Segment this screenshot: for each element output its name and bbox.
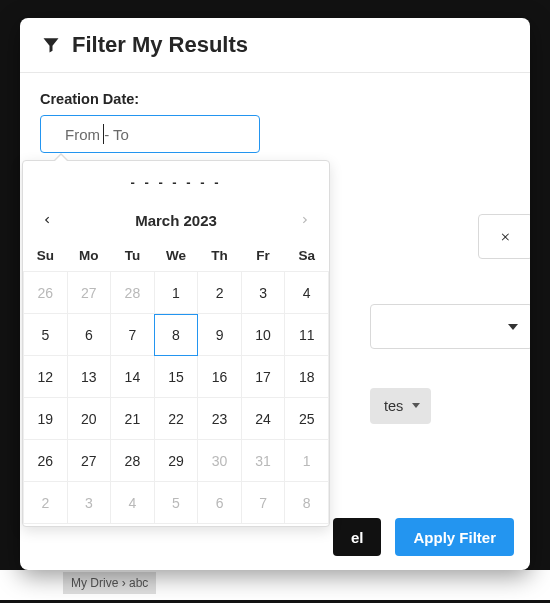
calendar-day[interactable]: 14 — [111, 356, 155, 398]
filter-icon — [40, 35, 62, 55]
calendar-day[interactable]: 2 — [198, 272, 242, 314]
calendar-day[interactable]: 19 — [24, 398, 68, 440]
calendar-day[interactable]: 3 — [67, 482, 111, 524]
clear-button[interactable] — [478, 214, 530, 259]
calendar-nav: March 2023 — [23, 200, 329, 242]
calendar-day[interactable]: 6 — [67, 314, 111, 356]
calendar-dow: Su — [24, 242, 68, 272]
calendar-day[interactable]: 7 — [111, 314, 155, 356]
calendar-day[interactable]: 27 — [67, 440, 111, 482]
text-caret — [103, 124, 104, 144]
calendar-day[interactable]: 5 — [154, 482, 198, 524]
creation-date-input[interactable] — [63, 125, 257, 144]
calendar-dow: We — [154, 242, 198, 272]
date-picker-popover: - - - - - - - March 2023 SuMoTuWeThFrSa … — [22, 160, 330, 527]
calendar-day[interactable]: 8 — [154, 314, 198, 356]
calendar-day[interactable]: 27 — [67, 272, 111, 314]
calendar-day[interactable]: 29 — [154, 440, 198, 482]
calendar-day[interactable]: 2 — [24, 482, 68, 524]
prev-month-button[interactable] — [35, 208, 59, 232]
calendar-day[interactable]: 28 — [111, 272, 155, 314]
calendar-day[interactable]: 16 — [198, 356, 242, 398]
modal-header: Filter My Results — [20, 18, 530, 73]
calendar-dow-row: SuMoTuWeThFrSa — [24, 242, 329, 272]
calendar-day[interactable]: 22 — [154, 398, 198, 440]
calendar-dow: Th — [198, 242, 242, 272]
calendar-day[interactable]: 12 — [24, 356, 68, 398]
modal-body: Creation Date: — [20, 73, 530, 153]
calendar-dow: Tu — [111, 242, 155, 272]
apply-filter-button[interactable]: Apply Filter — [395, 518, 514, 556]
calendar-dow: Mo — [67, 242, 111, 272]
calendar-day[interactable]: 1 — [285, 440, 329, 482]
tag-pill-label: tes — [384, 398, 403, 414]
creation-date-label: Creation Date: — [40, 91, 510, 107]
calendar-day[interactable]: 13 — [67, 356, 111, 398]
creation-date-input-wrap[interactable] — [40, 115, 260, 153]
chevron-left-icon — [42, 213, 52, 227]
calendar-day[interactable]: 18 — [285, 356, 329, 398]
calendar-dow: Sa — [285, 242, 329, 272]
calendar-day[interactable]: 26 — [24, 440, 68, 482]
calendar-day[interactable]: 26 — [24, 272, 68, 314]
calendar-grid: SuMoTuWeThFrSa 2627281234567891011121314… — [23, 242, 329, 524]
tag-pill[interactable]: tes — [370, 388, 431, 424]
selected-range-display: - - - - - - - — [23, 161, 329, 200]
calendar-day[interactable]: 30 — [198, 440, 242, 482]
current-month-label[interactable]: March 2023 — [135, 212, 217, 229]
calendar-day[interactable]: 11 — [285, 314, 329, 356]
calendar-day[interactable]: 5 — [24, 314, 68, 356]
chevron-right-icon — [300, 213, 310, 227]
calendar-day[interactable]: 28 — [111, 440, 155, 482]
calendar-day[interactable]: 21 — [111, 398, 155, 440]
cancel-button[interactable]: el — [333, 518, 382, 556]
calendar-day[interactable]: 17 — [241, 356, 285, 398]
calendar-day[interactable]: 23 — [198, 398, 242, 440]
calendar-day[interactable]: 1 — [154, 272, 198, 314]
calendar-day[interactable]: 4 — [285, 272, 329, 314]
calendar-day[interactable]: 7 — [241, 482, 285, 524]
calendar-day[interactable]: 20 — [67, 398, 111, 440]
calendar-day[interactable]: 31 — [241, 440, 285, 482]
calendar-day[interactable]: 3 — [241, 272, 285, 314]
modal-footer: el Apply Filter — [333, 518, 514, 556]
modal-title: Filter My Results — [72, 32, 248, 58]
calendar-day[interactable]: 15 — [154, 356, 198, 398]
calendar-day[interactable]: 6 — [198, 482, 242, 524]
breadcrumb: My Drive › abc — [63, 572, 156, 594]
calendar-day[interactable]: 24 — [241, 398, 285, 440]
calendar-day[interactable]: 8 — [285, 482, 329, 524]
calendar-day[interactable]: 4 — [111, 482, 155, 524]
next-month-button[interactable] — [293, 208, 317, 232]
close-icon — [499, 230, 513, 244]
secondary-dropdown[interactable] — [370, 304, 530, 349]
calendar-dow: Fr — [241, 242, 285, 272]
calendar-body: 2627281234567891011121314151617181920212… — [24, 272, 329, 524]
calendar-day[interactable]: 9 — [198, 314, 242, 356]
calendar-day[interactable]: 10 — [241, 314, 285, 356]
calendar-day[interactable]: 25 — [285, 398, 329, 440]
